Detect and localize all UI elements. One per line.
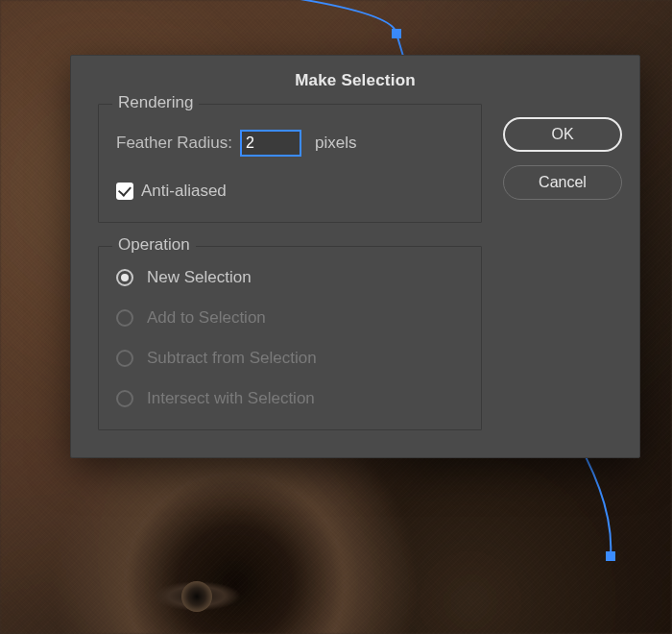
cancel-button[interactable]: Cancel	[503, 165, 622, 200]
rendering-legend: Rendering	[112, 93, 199, 112]
dialog-body: Rendering Feather Radius: pixels Anti-al…	[71, 104, 639, 457]
radio-icon[interactable]	[116, 269, 133, 286]
feather-radius-unit: pixels	[315, 134, 356, 153]
feather-radius-label: Feather Radius:	[116, 134, 232, 153]
dialog-left-panel: Rendering Feather Radius: pixels Anti-al…	[98, 104, 482, 430]
operation-fieldset: Operation New Selection Add to Selection…	[98, 246, 482, 430]
make-selection-dialog: Make Selection Rendering Feather Radius:…	[70, 55, 640, 458]
dialog-button-panel: OK Cancel	[503, 104, 622, 430]
radio-icon	[116, 390, 133, 407]
rendering-fieldset: Rendering Feather Radius: pixels Anti-al…	[98, 104, 482, 223]
operation-subtract-from-selection: Subtract from Selection	[116, 349, 464, 368]
ok-button[interactable]: OK	[503, 117, 622, 152]
radio-icon	[116, 350, 133, 367]
path-anchor-handle[interactable]	[392, 29, 401, 38]
operation-legend: Operation	[112, 235, 196, 255]
anti-aliased-row[interactable]: Anti-aliased	[116, 182, 464, 201]
feather-radius-row: Feather Radius: pixels	[116, 130, 464, 157]
radio-label: Add to Selection	[147, 308, 266, 328]
radio-icon	[116, 309, 133, 327]
anti-aliased-checkbox[interactable]	[116, 183, 133, 200]
path-anchor-handle[interactable]	[606, 551, 615, 561]
feather-radius-input[interactable]	[240, 130, 301, 157]
operation-add-to-selection: Add to Selection	[116, 308, 464, 328]
radio-label: Subtract from Selection	[147, 349, 317, 368]
radio-label: Intersect with Selection	[147, 389, 315, 408]
anti-aliased-label: Anti-aliased	[141, 182, 227, 201]
operation-intersect-with-selection: Intersect with Selection	[116, 389, 464, 408]
radio-label: New Selection	[147, 268, 252, 287]
operation-new-selection[interactable]: New Selection	[116, 268, 464, 287]
background-eye-detail	[134, 574, 259, 618]
